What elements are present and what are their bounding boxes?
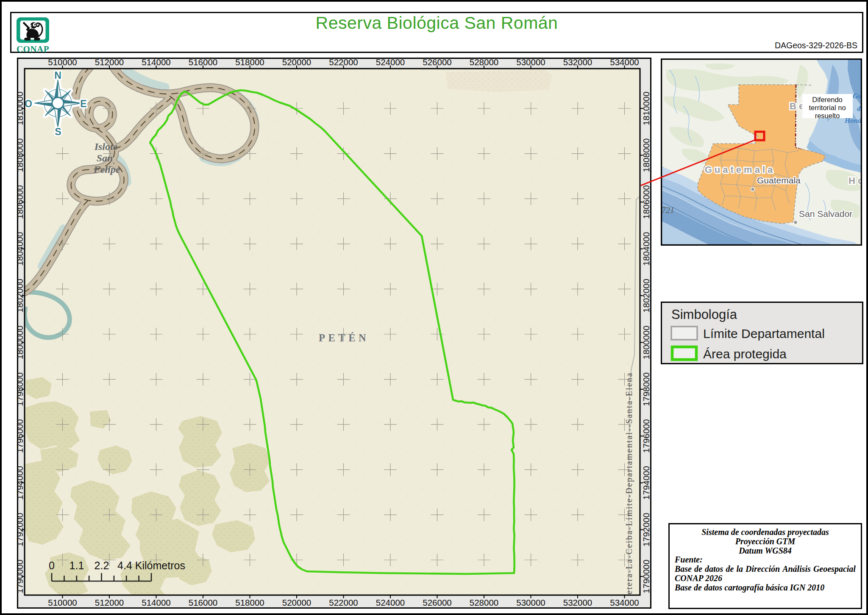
svg-text:Gu: Gu [853, 92, 862, 100]
svg-text:2.2: 2.2 [95, 560, 109, 571]
svg-text:530000: 530000 [516, 57, 545, 67]
svg-text:Diferendo: Diferendo [812, 96, 843, 103]
svg-text:1792000: 1792000 [15, 513, 25, 547]
svg-text:512000: 512000 [95, 57, 124, 67]
svg-text:N: N [54, 70, 61, 81]
svg-text:721: 721 [662, 205, 674, 215]
svg-text:San: San [97, 152, 113, 163]
svg-text:534000: 534000 [610, 598, 639, 607]
svg-text:E: E [80, 98, 86, 109]
svg-text:520000: 520000 [282, 57, 311, 67]
svg-text:1790000: 1790000 [641, 560, 651, 593]
svg-text:Felipe: Felipe [93, 164, 120, 175]
svg-text:1.1: 1.1 [70, 560, 84, 571]
svg-text:530000: 530000 [516, 598, 545, 607]
svg-text:526000: 526000 [423, 57, 451, 67]
svg-text:524000: 524000 [376, 598, 405, 607]
svg-text:d: d [857, 105, 861, 113]
svg-text:522000: 522000 [329, 598, 358, 607]
svg-text:1796000: 1796000 [15, 419, 25, 453]
svg-text:1800000: 1800000 [641, 326, 651, 360]
svg-text:San Salvador: San Salvador [799, 209, 852, 219]
svg-text:526000: 526000 [423, 598, 451, 607]
svg-text:1802000: 1802000 [15, 279, 25, 313]
svg-text:1810000: 1810000 [641, 91, 651, 125]
svg-text:S: S [55, 126, 61, 137]
svg-text:528000: 528000 [470, 598, 498, 607]
svg-text:512000: 512000 [95, 598, 124, 607]
svg-text:Guatemala: Guatemala [705, 164, 776, 175]
svg-text:1802000: 1802000 [641, 279, 651, 313]
svg-text:1804000: 1804000 [641, 232, 651, 266]
svg-text:518000: 518000 [235, 598, 264, 607]
svg-text:516000: 516000 [189, 598, 217, 607]
svg-text:1806000: 1806000 [15, 185, 25, 219]
svg-text:520000: 520000 [282, 598, 311, 607]
svg-text:510000: 510000 [48, 598, 77, 607]
svg-text:territorial no: territorial no [809, 104, 846, 111]
svg-text:528000: 528000 [470, 57, 498, 67]
svg-text:1808000: 1808000 [641, 139, 651, 172]
svg-text:524000: 524000 [376, 57, 405, 67]
svg-text:534000: 534000 [610, 57, 639, 67]
svg-text:1806000: 1806000 [641, 185, 651, 219]
svg-text:1804000: 1804000 [15, 232, 25, 266]
svg-text:Ho: Ho [849, 175, 862, 186]
svg-text:516000: 516000 [189, 57, 217, 67]
svg-text:1800000: 1800000 [15, 326, 25, 360]
svg-text:resuelto: resuelto [815, 112, 840, 119]
svg-text:Guatemala: Guatemala [757, 175, 801, 185]
svg-text:O: O [25, 98, 32, 109]
svg-text:Islote: Islote [94, 141, 118, 152]
svg-text:1794000: 1794000 [641, 466, 651, 500]
svg-text:0: 0 [49, 560, 55, 571]
svg-text:1798000: 1798000 [15, 372, 25, 406]
svg-text:1798000: 1798000 [641, 372, 651, 406]
svg-text:510000: 510000 [48, 57, 77, 67]
svg-text:4.4 Kilómetros: 4.4 Kilómetros [117, 560, 185, 571]
svg-text:1790000: 1790000 [15, 560, 25, 593]
svg-text:1808000: 1808000 [15, 139, 25, 172]
svg-text:1810000: 1810000 [15, 91, 25, 125]
svg-text:retera-La-Ceiba-Límite-Departa: retera-La-Ceiba-Límite-Departamental--Sa… [624, 372, 634, 598]
svg-text:518000: 518000 [235, 57, 264, 67]
svg-text:1794000: 1794000 [15, 466, 25, 500]
svg-text:514000: 514000 [142, 57, 170, 67]
svg-text:522000: 522000 [329, 57, 358, 67]
svg-text:1792000: 1792000 [641, 513, 651, 547]
svg-text:532000: 532000 [563, 598, 592, 607]
svg-text:514000: 514000 [142, 598, 170, 607]
svg-text:1796000: 1796000 [641, 419, 651, 453]
svg-text:532000: 532000 [563, 57, 592, 67]
svg-text:PETÉN: PETÉN [319, 332, 369, 344]
